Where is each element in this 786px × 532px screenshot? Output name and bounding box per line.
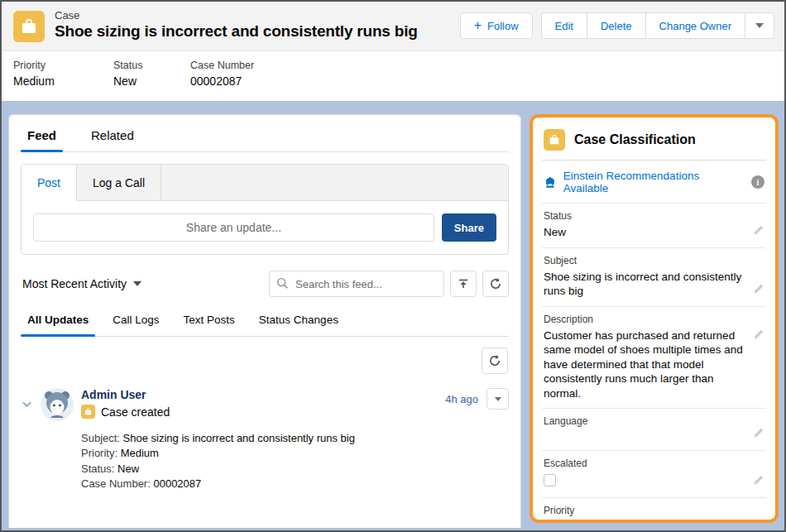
composer-body: Share (22, 201, 508, 254)
detail-line: Subject: Shoe sizing is incorrect and co… (81, 431, 509, 446)
case-classification-panel: Case Classification Einstein Recommendat… (530, 114, 779, 523)
panel-field-status: Status New (542, 204, 766, 248)
tab-related[interactable]: Related (91, 128, 134, 151)
field-label: Subject (544, 255, 746, 266)
detail-line: Case Number: 00002087 (81, 477, 509, 491)
panel-field-description: Description Customer has purchased and r… (542, 307, 766, 410)
share-update-input[interactable] (33, 213, 434, 242)
detail-label: Status: (81, 463, 114, 475)
case-icon (81, 405, 95, 419)
einstein-recommendations-row: Einstein Recommendations Available i (542, 161, 766, 204)
edit-pencil-icon[interactable] (753, 474, 764, 489)
field-label: Case Number (190, 60, 254, 71)
edit-button[interactable]: Edit (541, 12, 587, 39)
feed-item-main: Admin User Case created 4h ago (81, 388, 509, 492)
panel-field-priority: Priority Medium (542, 498, 766, 523)
detail-line: Status: New (81, 462, 509, 477)
panel-field-subject: Subject Shoe sizing is incorrect and con… (542, 248, 766, 307)
feed-search-input[interactable] (269, 271, 444, 297)
record-action-group: Edit Delete Change Owner (541, 12, 774, 39)
feed-item-menu-button[interactable] (486, 388, 509, 410)
tab-feed[interactable]: Feed (27, 128, 56, 151)
highlight-field-priority: Priority Medium (13, 60, 113, 88)
edit-pencil-icon[interactable] (753, 224, 764, 239)
case-icon (13, 11, 45, 42)
refresh-icon (488, 354, 501, 367)
escalated-checkbox[interactable] (544, 474, 556, 486)
panel-field-language: Language (542, 409, 766, 451)
tab-log-a-call[interactable]: Log a Call (77, 165, 161, 200)
feed-item-body: Subject: Shoe sizing is incorrect and co… (81, 431, 509, 492)
feed-controls-right (269, 271, 509, 297)
entity-label: Case (55, 9, 418, 22)
field-value: Shoe sizing is incorrect and consistentl… (544, 270, 746, 299)
avatar[interactable] (41, 388, 74, 421)
edit-pencil-icon[interactable] (753, 519, 764, 524)
highlight-field-status: Status New (113, 60, 190, 88)
tab-post[interactable]: Post (22, 165, 77, 201)
title-block: Case Shoe sizing is incorrect and consis… (55, 9, 418, 41)
field-value: Customer has purchased and returned same… (544, 328, 746, 401)
timestamp-link[interactable]: 4h ago (445, 393, 478, 405)
panel-title: Case Classification (574, 132, 696, 147)
subtab-call-logs[interactable]: Call Logs (113, 314, 159, 336)
case-icon (544, 129, 565, 151)
subtab-text-posts[interactable]: Text Posts (184, 314, 235, 336)
composer-tabs: Post Log a Call (22, 165, 508, 201)
detail-label: Case Number: (81, 477, 151, 490)
delete-button[interactable]: Delete (587, 12, 645, 39)
change-owner-button[interactable]: Change Owner (645, 12, 745, 39)
feed-search (269, 271, 444, 297)
detail-line: Priority: Medium (81, 446, 509, 461)
field-label: Status (113, 60, 190, 71)
field-label: Description (544, 314, 746, 325)
einstein-recommendations-link[interactable]: Einstein Recommendations Available (563, 170, 745, 194)
refresh-feed-button[interactable] (482, 271, 509, 297)
detail-value: Medium (121, 447, 159, 459)
subtab-status-changes[interactable]: Status Changes (259, 314, 338, 336)
record-tabs: Feed Related (21, 125, 509, 152)
header-top-strip: Case Shoe sizing is incorrect and consis… (2, 2, 784, 51)
refresh-icon (489, 277, 502, 290)
detail-label: Subject: (81, 432, 120, 444)
share-button[interactable]: Share (442, 213, 496, 242)
collapse-all-button[interactable] (450, 271, 477, 297)
refresh-feed-list-button[interactable] (482, 347, 508, 374)
header-actions: + Follow Edit Delete Change Owner (460, 12, 774, 39)
plus-icon: + (474, 19, 482, 32)
field-value: New (113, 74, 190, 88)
feed-item: Admin User Case created 4h ago (21, 388, 509, 492)
feed-filter-tabs: All Updates Call Logs Text Posts Status … (21, 314, 509, 337)
chevron-down-icon (133, 281, 141, 286)
author-link[interactable]: Admin User (81, 388, 170, 401)
feed-action-text: Case created (101, 405, 170, 419)
entity-block: Case Shoe sizing is incorrect and consis… (13, 9, 418, 42)
subtab-all-updates[interactable]: All Updates (27, 314, 89, 336)
expand-caret-icon[interactable] (21, 398, 33, 492)
einstein-icon (544, 175, 557, 189)
salesforce-case-page: Case Shoe sizing is incorrect and consis… (0, 0, 786, 532)
search-icon (276, 277, 289, 290)
feed-item-header: Admin User Case created 4h ago (81, 388, 509, 419)
field-label: Escalated (544, 458, 746, 469)
feed-sort-dropdown[interactable]: Most Recent Activity (22, 277, 141, 290)
highlight-field-case-number: Case Number 00002087 (190, 60, 254, 88)
edit-pencil-icon[interactable] (753, 427, 764, 442)
info-icon[interactable]: i (751, 175, 764, 189)
highlights-panel: Priority Medium Status New Case Number 0… (2, 51, 784, 101)
field-label: Priority (544, 505, 746, 516)
edit-pencil-icon[interactable] (753, 328, 764, 343)
feed-controls: Most Recent Activity (21, 271, 509, 297)
feed-item-meta: 4h ago (445, 388, 509, 410)
field-label: Language (544, 415, 746, 427)
detail-value: New (117, 463, 139, 475)
field-value: 00002087 (190, 74, 254, 88)
detail-value: Shoe sizing is incorrect and consistentl… (123, 432, 355, 444)
collapse-all-icon (457, 277, 470, 290)
field-value (544, 430, 746, 443)
field-value: New (544, 225, 746, 240)
more-actions-button[interactable] (745, 12, 774, 39)
follow-button[interactable]: + Follow (460, 12, 533, 39)
feed-refresh-row (21, 347, 509, 374)
edit-pencil-icon[interactable] (753, 283, 764, 298)
